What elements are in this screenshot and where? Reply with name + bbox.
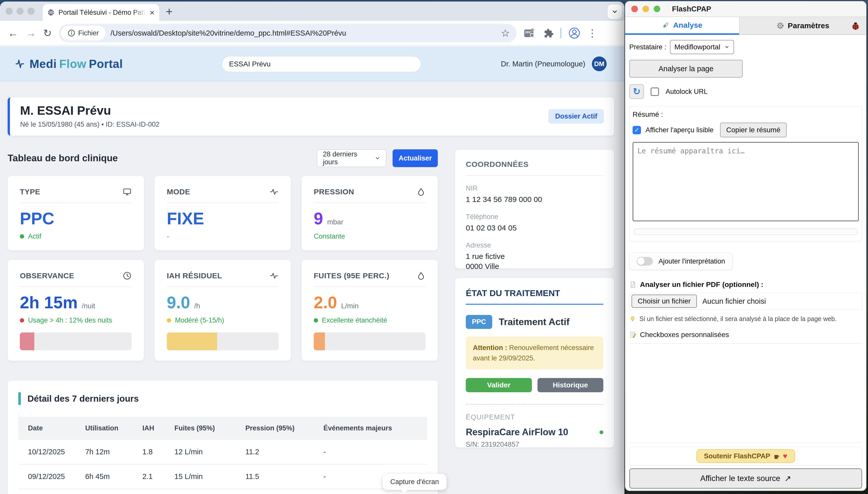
tab-close-icon[interactable]: ×	[150, 8, 155, 17]
patient-banner: M. ESSAI Prévu Né le 15/05/1980 (45 ans)…	[7, 97, 614, 136]
toolbar-divider	[560, 28, 561, 38]
resume-textarea[interactable]	[633, 142, 859, 221]
minimize-window-button[interactable]	[17, 7, 24, 15]
support-button[interactable]: Soutenir FlashCPAP ♥	[696, 449, 795, 463]
progress-fill	[314, 332, 325, 350]
apercu-label[interactable]: Afficher l'aperçu lisible	[646, 126, 713, 134]
traitement-card: ÉTAT DU TRAITEMENT PPC Traitement Actif …	[455, 278, 614, 448]
valider-button[interactable]: Valider	[466, 378, 532, 392]
dashboard-title: Tableau de bord clinique	[7, 153, 317, 164]
extensions-puzzle-icon[interactable]	[543, 28, 553, 38]
minimize-window-button[interactable]	[643, 5, 649, 12]
browser-tab[interactable]: Portail Télésuivi - Démo Patie ×	[43, 4, 159, 21]
refresh-dashboard-button[interactable]: Actualiser	[393, 149, 438, 167]
progress-track	[314, 332, 426, 350]
zoom-window-button[interactable]	[654, 5, 660, 12]
flashcpap-extension-icon[interactable]: PPC	[524, 27, 536, 39]
test-tube-icon	[662, 21, 669, 29]
file-chip-label: Fichier	[78, 29, 99, 37]
custom-checkboxes-toggle[interactable]: Checkboxes personnalisées	[629, 331, 862, 339]
close-window-button[interactable]	[631, 5, 638, 12]
copier-resume-button[interactable]: Copier le résumé	[720, 122, 786, 137]
droplet-icon	[416, 271, 426, 280]
equipment-online-dot	[599, 431, 603, 434]
zoom-window-button[interactable]	[27, 7, 35, 15]
table-row: 08/12/20258h 02m 1.58 L/min 10.8-	[18, 489, 427, 494]
pdf-section-label: Analyser un fichier PDF (optionnel) :	[640, 281, 763, 289]
activity-icon	[270, 187, 279, 196]
close-window-button[interactable]	[5, 7, 13, 15]
chevron-down-icon	[724, 44, 729, 50]
ppc-badge: PPC	[466, 315, 492, 329]
nir-value: 1 12 34 56 789 000 00	[466, 194, 603, 204]
daily-detail-table: Date Utilisation IAH Fuites (95%) Pressi…	[18, 417, 427, 494]
logo-word-1: Medi	[29, 57, 57, 71]
file-hint: Si un fichier est sélectionné, il sera a…	[639, 315, 836, 323]
analyser-page-button[interactable]: Analyser la page	[629, 60, 743, 78]
apercu-checkbox[interactable]: ✓	[633, 126, 641, 134]
table-row: 10/12/20257h 12m 1.812 L/min 11.2-	[18, 440, 427, 464]
back-button[interactable]: ←	[7, 28, 18, 38]
site-header: MediFlowPortal Dr. Martin (Pneumologue) …	[0, 46, 625, 81]
table-title: Détail des 7 derniers jours	[27, 394, 139, 404]
show-source-button[interactable]: Afficher le texte source ↗	[629, 468, 862, 489]
status-dot	[20, 318, 24, 323]
interpretation-label: Ajouter l'interprétation	[658, 258, 725, 265]
logged-in-user: Dr. Martin (Pneumologue)	[501, 60, 585, 68]
browser-menu-icon[interactable]: ⋮	[587, 27, 597, 39]
tab-analyse[interactable]: Analyse	[625, 17, 739, 35]
reload-button[interactable]: ↻	[43, 28, 52, 38]
status-dot	[314, 318, 318, 323]
clock-icon	[122, 271, 132, 280]
activity-icon	[270, 271, 279, 280]
table-row: 09/12/20256h 45m 2.115 L/min 11.5-	[18, 464, 427, 489]
new-tab-button[interactable]: +	[166, 4, 173, 18]
patient-search-input[interactable]	[221, 56, 421, 72]
support-container: Soutenir FlashCPAP ♥	[629, 447, 862, 465]
address-value: 1 rue fictive 0000 Ville	[466, 251, 603, 271]
address-bar[interactable]: Fichier /Users/oswald/Desktop/site%20vit…	[59, 24, 517, 42]
metric-value: 9.0	[167, 294, 190, 311]
profile-avatar-icon[interactable]	[569, 27, 580, 39]
tab-parametres[interactable]: Paramètres	[739, 17, 866, 35]
metric-value: PPC	[20, 210, 54, 227]
renewal-warning: Attention : Renouvellement nécessaire av…	[466, 337, 603, 369]
flashcpap-window: FlashCPAP Analyse Paramètres Prestataire…	[625, 1, 867, 491]
document-icon	[629, 281, 636, 288]
status-dot	[167, 318, 171, 323]
ladybug-icon[interactable]	[851, 21, 860, 32]
file-input[interactable]: Choisir un fichier Aucun fichier choisi	[629, 293, 862, 309]
period-select[interactable]: 28 derniers jours	[317, 149, 387, 167]
metric-card-iah: IAH RÉSIDUEL 9.0 /h Modéré (5-15/h)	[155, 260, 291, 361]
prestataire-label: Prestataire :	[629, 43, 666, 51]
status-badge: Dossier Actif	[548, 109, 604, 124]
url-text[interactable]: /Users/oswald/Desktop/site%20vitrine/dem…	[111, 29, 496, 37]
autolock-checkbox[interactable]	[651, 88, 659, 96]
memo-icon	[629, 331, 636, 338]
window-controls[interactable]	[5, 7, 35, 15]
flashcpap-title: FlashCPAP	[672, 5, 711, 13]
bookmark-star-icon[interactable]: ☆	[501, 27, 510, 39]
pulse-logo-icon	[14, 58, 25, 70]
patient-name: M. ESSAI Prévu	[20, 103, 604, 117]
equipment-name: RespiraCare AirFlow 10	[466, 427, 568, 438]
refresh-button[interactable]: ↻	[629, 84, 644, 99]
resume-panel: Résumé : ✓ Afficher l'aperçu lisible Cop…	[629, 106, 862, 242]
forward-button[interactable]: →	[25, 28, 36, 38]
tab-title: Portail Télésuivi - Démo Patie	[58, 8, 146, 17]
patient-meta: Né le 15/05/1980 (45 ans) • ID: ESSAI-ID…	[20, 120, 604, 129]
arrow-up-right-icon: ↗	[784, 474, 791, 483]
tab-overflow-button[interactable]	[608, 4, 622, 19]
progress-placeholder	[634, 228, 858, 235]
interpretation-toggle[interactable]	[637, 257, 653, 266]
table-header-row: Date Utilisation IAH Fuites (95%) Pressi…	[18, 417, 427, 440]
interpretation-toggle-box[interactable]: Ajouter l'interprétation	[629, 252, 732, 270]
autolock-label[interactable]: Autolock URL	[666, 88, 708, 96]
metric-card-fuites: FUITES (95E PERC.) 2.0 L/min Excellente …	[301, 260, 438, 361]
user-avatar[interactable]: DM	[592, 56, 607, 71]
traitement-title: ÉTAT DU TRAITEMENT	[466, 288, 603, 298]
historique-button[interactable]: Historique	[537, 378, 604, 392]
choose-file-button[interactable]: Choisir un fichier	[632, 294, 697, 308]
metric-value: 2h 15m	[20, 294, 78, 311]
prestataire-select[interactable]: Mediflowportal	[670, 40, 734, 54]
